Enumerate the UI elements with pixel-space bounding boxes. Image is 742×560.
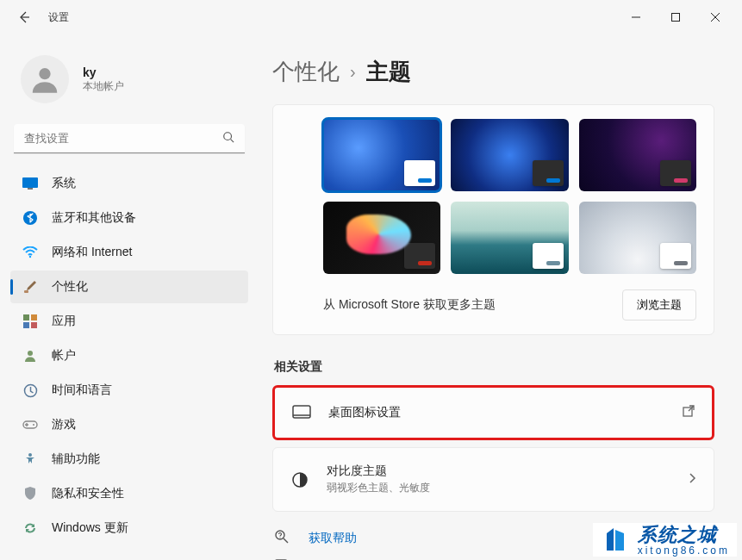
related-section-title: 相关设置 xyxy=(274,359,714,375)
svg-rect-14 xyxy=(23,322,29,328)
apps-icon xyxy=(22,314,38,329)
window-controls xyxy=(616,3,735,31)
shield-icon xyxy=(22,486,38,501)
body: ky 本地帐户 系统 蓝牙和其他设备 xyxy=(0,34,742,560)
browse-themes-button[interactable]: 浏览主题 xyxy=(622,289,696,320)
titlebar-left: 设置 xyxy=(7,7,69,28)
nav-personalization[interactable]: 个性化 xyxy=(10,271,248,303)
nav-label: 应用 xyxy=(52,314,76,329)
nav-label: 帐户 xyxy=(52,348,76,364)
nav-label: 系统 xyxy=(52,176,76,191)
svg-point-5 xyxy=(224,133,232,140)
back-button[interactable] xyxy=(14,7,34,28)
close-button[interactable] xyxy=(695,3,735,31)
chevron-right-icon: › xyxy=(350,62,356,82)
breadcrumb: 个性化 › 主题 xyxy=(272,57,714,87)
open-icon xyxy=(683,405,695,420)
card-text: 对比度主题 弱视彩色主题、光敏度 xyxy=(327,464,670,495)
theme-tile[interactable] xyxy=(579,119,696,191)
nav-label: 时间和语言 xyxy=(52,383,112,398)
search-input[interactable] xyxy=(14,124,245,153)
watermark-title: 系统之城 xyxy=(638,525,730,545)
user-block[interactable]: ky 本地帐户 xyxy=(10,34,248,121)
svg-point-20 xyxy=(28,453,32,457)
svg-rect-21 xyxy=(293,406,310,418)
user-info: ky 本地帐户 xyxy=(83,65,124,94)
minimize-icon xyxy=(632,13,640,22)
minimize-button[interactable] xyxy=(616,3,656,31)
watermark-url: xitong86.com xyxy=(638,545,730,557)
svg-rect-11 xyxy=(24,290,28,293)
settings-window: 设置 ky 本地帐户 xyxy=(0,0,742,560)
theme-grid xyxy=(323,119,696,274)
search-box xyxy=(14,124,245,153)
contrast-icon xyxy=(290,470,309,489)
card-title: 对比度主题 xyxy=(327,464,670,479)
nav-apps[interactable]: 应用 xyxy=(10,305,248,338)
svg-rect-7 xyxy=(22,177,38,188)
chevron-right-icon xyxy=(688,472,696,488)
svg-point-4 xyxy=(39,68,50,79)
watermark-logo-icon xyxy=(600,525,631,556)
svg-rect-12 xyxy=(23,314,29,320)
watermark-text: 系统之城 xitong86.com xyxy=(638,525,730,557)
paintbrush-icon xyxy=(22,279,38,295)
user-name: ky xyxy=(83,65,124,79)
store-text: 从 Microsoft Store 获取更多主题 xyxy=(323,297,496,313)
nav-accessibility[interactable]: 辅助功能 xyxy=(10,443,248,476)
nav-gaming[interactable]: 游戏 xyxy=(10,408,248,441)
nav-network[interactable]: 网络和 Internet xyxy=(10,236,248,269)
breadcrumb-parent[interactable]: 个性化 xyxy=(272,57,340,87)
card-subtitle: 弱视彩色主题、光敏度 xyxy=(327,481,670,495)
svg-point-16 xyxy=(28,351,33,356)
nav-label: 辅助功能 xyxy=(52,451,100,467)
svg-rect-15 xyxy=(31,322,37,328)
nav: 系统 蓝牙和其他设备 网络和 Internet 个性化 应用 xyxy=(10,167,248,544)
svg-point-19 xyxy=(33,424,34,426)
nav-label: 蓝牙和其他设备 xyxy=(52,210,136,226)
nav-label: Windows 更新 xyxy=(52,520,128,536)
nav-label: 隐私和安全性 xyxy=(52,486,124,501)
page-title: 主题 xyxy=(366,57,411,87)
wifi-icon xyxy=(22,245,38,260)
link-label: 获取帮助 xyxy=(309,531,357,546)
accessibility-icon xyxy=(22,451,38,467)
person-icon xyxy=(22,348,38,364)
svg-rect-8 xyxy=(28,188,33,190)
theme-tile[interactable] xyxy=(579,202,696,274)
card-title: 桌面图标设置 xyxy=(328,405,665,420)
nav-system[interactable]: 系统 xyxy=(10,167,248,200)
theme-tile[interactable] xyxy=(451,202,568,274)
nav-windows-update[interactable]: Windows 更新 xyxy=(10,512,248,544)
nav-label: 游戏 xyxy=(52,417,76,432)
contrast-themes-card[interactable]: 对比度主题 弱视彩色主题、光敏度 xyxy=(272,447,714,512)
arrow-left-icon xyxy=(17,10,31,24)
nav-label: 网络和 Internet xyxy=(52,245,132,260)
svg-rect-13 xyxy=(31,314,37,320)
watermark: 系统之城 xitong86.com xyxy=(593,523,737,557)
theme-store-row: 从 Microsoft Store 获取更多主题 浏览主题 xyxy=(323,289,696,320)
main-content: 个性化 › 主题 从 Microsoft Store 获取更多主题 浏览主题 xyxy=(259,34,742,560)
theme-tile[interactable] xyxy=(323,202,440,274)
nav-label: 个性化 xyxy=(52,279,88,295)
desktop-icon xyxy=(292,403,311,422)
nav-time-language[interactable]: 时间和语言 xyxy=(10,374,248,407)
svg-point-26 xyxy=(279,537,280,538)
svg-line-6 xyxy=(231,140,234,143)
nav-privacy[interactable]: 隐私和安全性 xyxy=(10,477,248,510)
nav-bluetooth[interactable]: 蓝牙和其他设备 xyxy=(10,202,248,234)
themes-panel: 从 Microsoft Store 获取更多主题 浏览主题 xyxy=(272,104,714,335)
person-icon xyxy=(28,63,61,96)
theme-tile[interactable] xyxy=(451,119,568,191)
user-subtitle: 本地帐户 xyxy=(83,79,124,94)
maximize-button[interactable] xyxy=(656,3,695,31)
svg-point-10 xyxy=(29,256,31,258)
update-icon xyxy=(22,520,38,536)
sidebar: ky 本地帐户 系统 蓝牙和其他设备 xyxy=(0,34,259,560)
avatar xyxy=(21,55,69,103)
titlebar: 设置 xyxy=(0,0,742,34)
nav-accounts[interactable]: 帐户 xyxy=(10,339,248,372)
desktop-icon-settings-card[interactable]: 桌面图标设置 xyxy=(272,385,714,440)
theme-tile[interactable] xyxy=(323,119,440,191)
clock-globe-icon xyxy=(22,383,38,398)
